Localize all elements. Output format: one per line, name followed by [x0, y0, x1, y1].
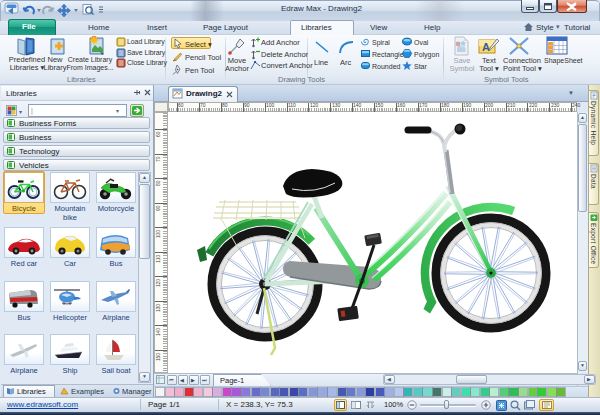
- svg-text:A: A: [482, 41, 490, 53]
